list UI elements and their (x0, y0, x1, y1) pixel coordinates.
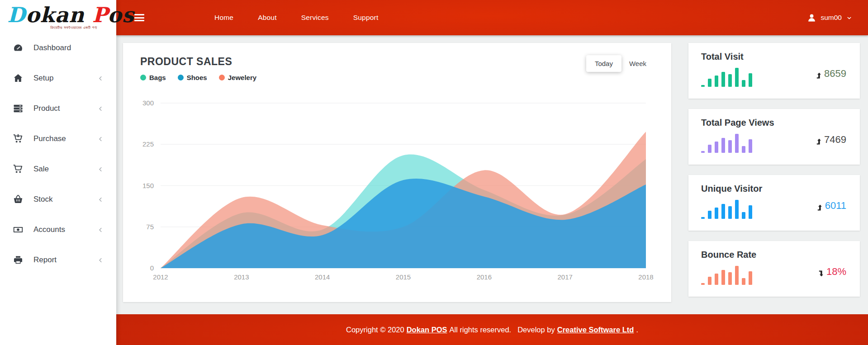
mini-bar (708, 277, 711, 285)
legend-item-shoes[interactable]: Shoes (178, 74, 207, 81)
tab-week[interactable]: Week (621, 55, 654, 72)
sidebar-item-label: Accounts (33, 225, 65, 234)
mini-bar (721, 138, 725, 153)
legend-item-bags[interactable]: Bags (140, 74, 166, 81)
mini-bar (701, 85, 705, 87)
app-logo-text: Dokan Pos (7, 3, 134, 27)
mini-bar (721, 204, 725, 219)
x-axis-tick: 2014 (307, 273, 338, 281)
top-navbar: Home About Services Support sum00 (116, 0, 868, 35)
footer-company-link[interactable]: Creative Software Ltd (557, 326, 634, 334)
footer-copyright: Copyright © 2020 (346, 326, 404, 334)
y-axis-tick: 225 (136, 140, 154, 148)
user-icon (807, 13, 816, 23)
stat-value: 6011 (817, 200, 846, 212)
sidebar-item-product[interactable]: Product (0, 96, 116, 121)
server-icon (13, 103, 24, 114)
stat-card-title: Total Page Views (701, 118, 846, 128)
mini-bar (749, 271, 752, 285)
trend-up-icon (816, 136, 822, 143)
total-visit-card: Total Visit 8659 (688, 43, 860, 99)
sidebar-item-dashboard[interactable]: Dashboard (0, 36, 116, 61)
chevron-left-icon (97, 256, 104, 264)
mini-bar (708, 79, 711, 87)
mini-bar (701, 151, 705, 153)
sidebar-item-report[interactable]: Report (0, 248, 116, 273)
tab-today[interactable]: Today (586, 55, 621, 72)
y-axis-tick: 300 (136, 99, 154, 107)
legend-label: Jewelery (228, 74, 256, 81)
mini-bar (715, 274, 718, 285)
mini-bar (721, 270, 725, 285)
nav-link-home[interactable]: Home (202, 9, 246, 26)
mini-bar (708, 211, 711, 219)
y-axis-tick: 150 (136, 182, 154, 189)
nav-link-services[interactable]: Services (289, 9, 341, 26)
cart-arrow-down-icon (13, 133, 24, 144)
trend-down-icon (818, 268, 824, 275)
bounce-rate-card: Bounce Rate 18% (688, 241, 860, 297)
sidebar-item-label: Product (33, 104, 60, 113)
x-axis-tick: 2016 (468, 273, 500, 281)
legend-dot (219, 75, 225, 80)
mini-bar (749, 139, 752, 153)
sidebar-item-label: Stock (33, 195, 53, 204)
footer-suffix: . (636, 326, 638, 334)
product-sales-card: PRODUCT SALES Bags Shoes Jewelery Today … (123, 43, 671, 302)
mini-bar (742, 278, 745, 285)
mini-bar (742, 80, 745, 87)
main-content: PRODUCT SALES Bags Shoes Jewelery Today … (116, 35, 868, 314)
footer-develop-text: Develop by (517, 326, 555, 334)
footer-rights: All rights reserved. (450, 326, 512, 334)
mini-bar (742, 146, 745, 153)
area-chart: 0751502253002012201320142015201620172018 (161, 103, 646, 268)
dashboard-icon (13, 43, 24, 53)
sidebar-item-sale[interactable]: Sale (0, 157, 116, 182)
unique-visitor-card: Unique Visitor 6011 (688, 175, 860, 231)
legend-label: Shoes (187, 74, 207, 81)
mini-bar (742, 212, 745, 219)
chevron-left-icon (97, 75, 104, 82)
footer-brand-link[interactable]: Dokan POS (407, 326, 447, 334)
mini-bar (715, 76, 718, 87)
mini-bar (715, 142, 718, 153)
nav-link-about[interactable]: About (246, 9, 289, 26)
nav-link-support[interactable]: Support (341, 9, 391, 26)
sidebar-item-purchase[interactable]: Purchase (0, 127, 116, 151)
stat-value: 8659 (816, 68, 846, 80)
mini-bar (728, 272, 732, 285)
footer: Copyright © 2020 Dokan POS All rights re… (116, 314, 868, 345)
mini-bar (728, 74, 732, 87)
stat-cards-column: Total Visit 8659 Total Page Views 7469 U… (688, 43, 860, 307)
chevron-left-icon (97, 226, 104, 234)
y-axis-tick: 0 (136, 264, 154, 272)
x-axis-tick: 2013 (226, 273, 257, 281)
sidebar-item-setup[interactable]: Setup (0, 66, 116, 91)
basket-icon (13, 194, 24, 205)
stat-card-title: Total Visit (701, 52, 846, 62)
mini-bar-chart (701, 262, 752, 285)
mini-bar-chart (701, 196, 752, 219)
total-page-views-card: Total Page Views 7469 (688, 109, 860, 165)
sidebar-menu: Dashboard Setup Product Purchase Sale St… (0, 36, 116, 273)
x-axis-tick: 2017 (549, 273, 581, 281)
legend-dot (140, 75, 146, 80)
trend-up-icon (816, 70, 822, 77)
app-logo[interactable]: Dokan Pos ক্রিয়েটিভ সফটওয়্যারের একটি প… (0, 0, 116, 30)
legend-item-jewelery[interactable]: Jewelery (219, 74, 256, 81)
stat-card-title: Unique Visitor (701, 184, 846, 194)
mini-bar (735, 200, 739, 219)
hamburger-menu-icon[interactable] (134, 13, 144, 23)
user-menu[interactable]: sum00 (807, 13, 853, 23)
y-axis-tick: 75 (136, 223, 154, 231)
chevron-left-icon (97, 135, 104, 143)
mini-bar (749, 205, 752, 219)
username: sum00 (821, 14, 842, 22)
mini-bar-chart (701, 130, 752, 153)
x-axis-tick: 2015 (388, 273, 419, 281)
chart-range-tabs: Today Week (586, 55, 654, 72)
x-axis-tick: 2012 (145, 273, 176, 281)
sidebar-item-stock[interactable]: Stock (0, 187, 116, 212)
sidebar-item-accounts[interactable]: Accounts (0, 217, 116, 242)
mini-bar (701, 217, 705, 219)
